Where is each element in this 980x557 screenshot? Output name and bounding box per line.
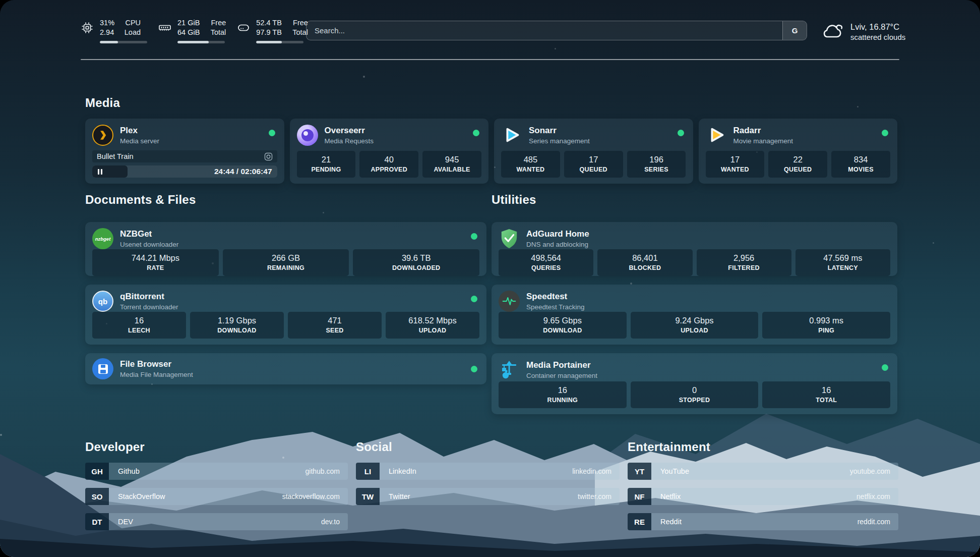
link-netflix[interactable]: NF Netflixnetflix.com bbox=[628, 488, 898, 505]
stat-tile: 16RUNNING bbox=[499, 381, 627, 408]
link-twitter[interactable]: TW Twittertwitter.com bbox=[356, 488, 620, 505]
qbittorrent-status-dot bbox=[471, 296, 477, 302]
plex-progress-bar[interactable]: 24:44 / 02:06:47 bbox=[92, 165, 277, 178]
overseerr-status-dot bbox=[473, 130, 479, 136]
plex-icon bbox=[92, 125, 113, 146]
search-engine-button[interactable]: G bbox=[782, 21, 807, 40]
ram-free-label: Free bbox=[206, 18, 226, 28]
stat-tile: 0.993 msPING bbox=[762, 312, 890, 339]
reddit-icon: RE bbox=[628, 513, 651, 530]
plex-name: Plex bbox=[120, 126, 159, 136]
stat-tile: 39.6 TBDOWNLOADED bbox=[353, 249, 479, 276]
developer-section: Developer GH Githubgithub.com SO StackOv… bbox=[85, 440, 348, 530]
stat-tile: 16LEECH bbox=[92, 312, 186, 339]
portainer-card[interactable]: Media Portainer Container management 16R… bbox=[492, 353, 897, 414]
youtube-icon: YT bbox=[628, 463, 651, 480]
weather-condition: scattered clouds bbox=[850, 33, 905, 41]
documents-section: Documents & Files nzbget NZBGet Usenet d… bbox=[85, 193, 486, 393]
stat-tile: 16TOTAL bbox=[762, 381, 890, 408]
linkedin-icon: LI bbox=[356, 463, 380, 480]
weather-widget[interactable]: Lviv, 16.87°C scattered clouds bbox=[821, 21, 905, 42]
stat-tile: 17QUEUED bbox=[564, 151, 623, 178]
stat-tile: 618.52 MbpsUPLOAD bbox=[386, 312, 479, 339]
video-icon bbox=[264, 152, 273, 161]
sonarr-card[interactable]: Sonarr Series management 485WANTED 17QUE… bbox=[494, 119, 693, 184]
link-linkedin[interactable]: LI LinkedInlinkedin.com bbox=[356, 463, 620, 480]
links-row: Developer GH Githubgithub.com SO StackOv… bbox=[85, 440, 898, 530]
github-icon: GH bbox=[85, 463, 109, 480]
entertainment-section: Entertainment YT YouTubeyoutube.com NF N… bbox=[628, 440, 898, 530]
speedtest-card[interactable]: Speedtest Speedtest Tracking 9.65 GbpsDO… bbox=[492, 285, 897, 345]
stat-tile: 834MOVIES bbox=[831, 151, 890, 178]
link-stackoverflow[interactable]: SO StackOverflowstackoverflow.com bbox=[85, 488, 348, 505]
header-divider bbox=[81, 59, 899, 60]
stat-tile: 266 GBREMAINING bbox=[223, 249, 349, 276]
stat-tile: 22QUEUED bbox=[768, 151, 827, 178]
link-github[interactable]: GH Githubgithub.com bbox=[85, 463, 348, 480]
overseerr-card[interactable]: Overseerr Media Requests 21PENDING 40APP… bbox=[290, 119, 489, 184]
stat-tile: 196SERIES bbox=[627, 151, 686, 178]
disk-icon bbox=[237, 22, 250, 34]
ram-total-value: 64 GiB bbox=[177, 28, 200, 37]
documents-section-title: Documents & Files bbox=[85, 193, 486, 207]
ram-sensor: 21 GiB 64 GiB Free Total bbox=[158, 18, 226, 43]
developer-section-title: Developer bbox=[85, 440, 348, 454]
plex-now-playing[interactable]: Bullet Train bbox=[92, 150, 277, 162]
plex-card[interactable]: Plex Media server Bullet Train 24:44 / 0… bbox=[85, 119, 284, 184]
top-bar: 31% 2.94 CPU Load bbox=[0, 0, 980, 62]
link-reddit[interactable]: RE Redditreddit.com bbox=[628, 513, 898, 530]
stat-tile: 9.65 GbpsDOWNLOAD bbox=[499, 312, 627, 339]
ram-total-label: Total bbox=[206, 28, 226, 37]
portainer-status-dot bbox=[882, 364, 888, 371]
radarr-status-dot bbox=[882, 130, 888, 136]
adguard-card[interactable]: AdGuard Home DNS and adblocking 498,564Q… bbox=[492, 222, 897, 276]
utilities-section: Utilities AdGuard Home DNS and adblockin… bbox=[492, 193, 897, 423]
disk-sensor: 52.4 TB 97.9 TB Free Total bbox=[237, 18, 308, 43]
qbittorrent-icon: qb bbox=[92, 291, 113, 312]
sonarr-icon bbox=[501, 125, 522, 146]
stat-tile: 1.19 GbpsDOWNLOAD bbox=[190, 312, 284, 339]
stat-tile: 2,956FILTERED bbox=[697, 249, 791, 276]
nzbget-card[interactable]: nzbget NZBGet Usenet downloader 744.21 M… bbox=[85, 222, 486, 276]
system-sensors: 31% 2.94 CPU Load bbox=[81, 18, 308, 43]
disk-progress-bar bbox=[256, 41, 303, 43]
weather-location-temp: Lviv, 16.87°C bbox=[850, 22, 905, 32]
media-section: Media Plex Media server Bullet Train bbox=[85, 96, 897, 184]
disk-total-value: 97.9 TB bbox=[256, 28, 282, 37]
dev-icon: DT bbox=[85, 513, 109, 530]
cloud-icon bbox=[821, 21, 844, 42]
adguard-icon bbox=[499, 228, 520, 249]
ram-free-value: 21 GiB bbox=[177, 18, 200, 28]
disk-free-label: Free bbox=[288, 18, 308, 28]
filebrowser-card[interactable]: File Browser Media File Management bbox=[85, 353, 486, 384]
cpu-usage-label: CPU bbox=[120, 18, 141, 28]
social-section: Social LI LinkedInlinkedin.com TW Twitte… bbox=[356, 440, 620, 530]
link-youtube[interactable]: YT YouTubeyoutube.com bbox=[628, 463, 898, 480]
overseerr-icon bbox=[297, 125, 318, 146]
cpu-usage-value: 31% bbox=[100, 18, 114, 28]
stat-tile: 945AVAILABLE bbox=[422, 151, 481, 178]
ram-progress-bar bbox=[177, 41, 225, 43]
link-dev[interactable]: DT DEVdev.to bbox=[85, 513, 348, 530]
radarr-card[interactable]: Radarr Movie management 17WANTED 22QUEUE… bbox=[699, 119, 898, 184]
filebrowser-icon bbox=[92, 358, 113, 379]
media-section-title: Media bbox=[85, 96, 897, 110]
stat-tile: 744.21 MbpsRATE bbox=[92, 249, 219, 276]
stat-tile: 0STOPPED bbox=[631, 381, 759, 408]
utilities-section-title: Utilities bbox=[492, 193, 897, 207]
qbittorrent-card[interactable]: qb qBittorrent Torrent downloader 16LEEC… bbox=[85, 285, 486, 345]
social-section-title: Social bbox=[356, 440, 620, 454]
search-input[interactable] bbox=[307, 21, 782, 40]
plex-time: 24:44 / 02:06:47 bbox=[214, 165, 272, 178]
cpu-load-value: 2.94 bbox=[100, 28, 114, 37]
nzbget-icon: nzbget bbox=[92, 228, 113, 249]
pause-icon[interactable] bbox=[98, 169, 102, 175]
entertainment-section-title: Entertainment bbox=[628, 440, 898, 454]
nzbget-status-dot bbox=[471, 233, 477, 240]
stat-tile: 40APPROVED bbox=[359, 151, 418, 178]
stat-tile: 9.24 GbpsUPLOAD bbox=[631, 312, 759, 339]
cpu-load-label: Load bbox=[120, 28, 141, 37]
dashboard-screen: 31% 2.94 CPU Load bbox=[0, 0, 980, 557]
twitter-icon: TW bbox=[356, 488, 380, 505]
stat-tile: 47.569 msLATENCY bbox=[795, 249, 890, 276]
